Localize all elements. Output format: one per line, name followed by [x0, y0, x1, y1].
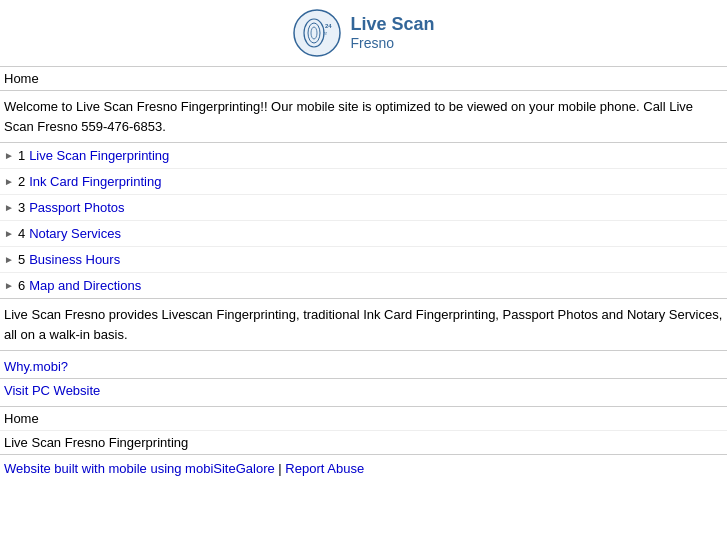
nav-item-2[interactable]: ► 2 Ink Card Fingerprinting — [0, 169, 727, 195]
nav-link-live-scan[interactable]: Live Scan Fingerprinting — [29, 148, 169, 163]
breadcrumb: Home — [0, 67, 727, 91]
footer-title-text: Live Scan Fresno Fingerprinting — [4, 435, 188, 450]
nav-item-5[interactable]: ► 5 Business Hours — [0, 247, 727, 273]
svg-text:24: 24 — [325, 23, 332, 29]
nav-num-5: 5 — [18, 252, 25, 267]
why-mobi-link[interactable]: Why.mobi? — [4, 359, 68, 374]
footer-site-title: Live Scan Fresno Fingerprinting — [0, 431, 727, 455]
nav-link-business-hours[interactable]: Business Hours — [29, 252, 120, 267]
navigation-list: ► 1 Live Scan Fingerprinting ► 2 Ink Car… — [0, 143, 727, 299]
logo-fresno: Fresno — [350, 35, 434, 52]
nav-link-ink-card[interactable]: Ink Card Fingerprinting — [29, 174, 161, 189]
report-abuse-link[interactable]: Report Abuse — [285, 461, 364, 476]
nav-num-2: 2 — [18, 174, 25, 189]
nav-num-4: 4 — [18, 226, 25, 241]
footer-links: Website built with mobile using mobiSite… — [0, 455, 727, 482]
why-mobi-section[interactable]: Why.mobi? — [0, 351, 727, 379]
arrow-icon-6: ► — [4, 280, 14, 291]
nav-item-4[interactable]: ► 4 Notary Services — [0, 221, 727, 247]
visit-pc-section[interactable]: Visit PC Website — [0, 379, 727, 407]
built-with-link[interactable]: Website built with mobile using mobiSite… — [4, 461, 275, 476]
nav-link-notary[interactable]: Notary Services — [29, 226, 121, 241]
visit-pc-link[interactable]: Visit PC Website — [4, 383, 100, 398]
svg-text:hr: hr — [323, 31, 328, 36]
nav-link-map[interactable]: Map and Directions — [29, 278, 141, 293]
nav-item-6[interactable]: ► 6 Map and Directions — [0, 273, 727, 298]
nav-link-passport[interactable]: Passport Photos — [29, 200, 124, 215]
breadcrumb-home: Home — [4, 71, 39, 86]
arrow-icon-2: ► — [4, 176, 14, 187]
arrow-icon-5: ► — [4, 254, 14, 265]
arrow-icon-3: ► — [4, 202, 14, 213]
welcome-text: Welcome to Live Scan Fresno Fingerprinti… — [0, 91, 727, 143]
welcome-message: Welcome to Live Scan Fresno Fingerprinti… — [4, 99, 693, 134]
logo: 24 hr Live Scan Fresno — [292, 8, 434, 58]
logo-live-scan: Live Scan — [350, 14, 434, 36]
logo-icon: 24 hr — [292, 8, 342, 58]
site-header: 24 hr Live Scan Fresno — [0, 0, 727, 67]
description-content: Live Scan Fresno provides Livescan Finge… — [4, 307, 722, 342]
footer-breadcrumb: Home — [0, 407, 727, 431]
footer-home-label: Home — [4, 411, 39, 426]
nav-num-6: 6 — [18, 278, 25, 293]
logo-text: Live Scan Fresno — [350, 14, 434, 52]
arrow-icon-4: ► — [4, 228, 14, 239]
nav-num-1: 1 — [18, 148, 25, 163]
description-text: Live Scan Fresno provides Livescan Finge… — [0, 299, 727, 351]
nav-item-1[interactable]: ► 1 Live Scan Fingerprinting — [0, 143, 727, 169]
arrow-icon-1: ► — [4, 150, 14, 161]
nav-item-3[interactable]: ► 3 Passport Photos — [0, 195, 727, 221]
nav-num-3: 3 — [18, 200, 25, 215]
